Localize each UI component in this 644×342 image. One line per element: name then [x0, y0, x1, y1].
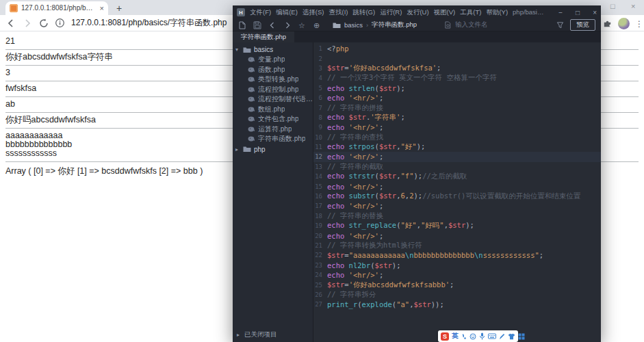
- sogou-logo-icon[interactable]: S: [441, 332, 449, 341]
- code-line[interactable]: 15echo '<hr/>';: [313, 181, 601, 191]
- code-line[interactable]: 14echo strstr($str,"f");//之后的截取: [313, 172, 601, 181]
- code-line[interactable]: 20echo '<hr/>';: [313, 231, 601, 240]
- code-line[interactable]: 17echo '<hr/>';: [313, 201, 601, 211]
- browser-maximize-icon[interactable]: □: [610, 2, 615, 10]
- code-line[interactable]: 7// 字符串的拼接: [313, 103, 601, 112]
- ime-microphone-icon[interactable]: [479, 332, 485, 340]
- url-text[interactable]: 127.0.0.1:8081/php/basics/字符串函数.php: [71, 17, 227, 29]
- back-icon[interactable]: [5, 18, 16, 29]
- editor-minimize-icon[interactable]: −: [558, 9, 563, 16]
- editor-tab-bar: 字符串函数.php: [233, 31, 601, 42]
- save-icon[interactable]: [253, 21, 261, 29]
- sidebar-file-item[interactable]: 文件包含.php: [233, 114, 313, 124]
- code-text: echo '<hr/>';: [327, 153, 383, 161]
- code-line[interactable]: 1<?php: [313, 44, 601, 53]
- sidebar-file-item[interactable]: 字符串函数.php: [233, 134, 313, 144]
- nav-back-icon[interactable]: [268, 21, 276, 29]
- code-line[interactable]: 24echo '<hr/>';: [313, 270, 601, 280]
- ime-handwriting-icon[interactable]: [499, 333, 505, 340]
- code-area[interactable]: 1<?php23$str='你好abcsddwfwfskfsa';4// 一个汉…: [313, 42, 601, 342]
- menu-item-5[interactable]: 运行(R): [380, 8, 402, 17]
- code-line[interactable]: 16echo substr($str,6,2);//substr()可以设置截取…: [313, 192, 601, 201]
- line-number: 16: [313, 193, 327, 200]
- line-number: 14: [313, 173, 327, 180]
- sidebar-file-item[interactable]: 流程控制.php: [233, 85, 313, 95]
- new-file-icon[interactable]: [238, 21, 246, 29]
- menu-item-7[interactable]: 视图(V): [434, 8, 456, 17]
- filter-funnel-icon[interactable]: [556, 21, 565, 29]
- code-line[interactable]: 13// 字符串的截取: [313, 162, 601, 172]
- new-tab-button[interactable]: +: [114, 3, 125, 14]
- ime-skin-shirt-icon[interactable]: [508, 333, 515, 340]
- reload-icon[interactable]: [38, 18, 49, 29]
- editor-tab-active[interactable]: 字符串函数.php: [233, 31, 294, 42]
- locate-target-icon[interactable]: ⊕: [313, 21, 322, 29]
- browser-tab[interactable]: 127.0.0.1:8081/php/basics/字符串函数.php ×: [5, 1, 108, 15]
- menu-item-3[interactable]: 查找(I): [329, 8, 348, 17]
- sidebar-folder-basics[interactable]: ▾ basics: [233, 44, 313, 55]
- editor-maximize-icon[interactable]: □: [576, 9, 580, 16]
- breadcrumb-separator-icon: ›: [366, 21, 368, 29]
- breadcrumb-folder[interactable]: basics: [344, 21, 363, 29]
- ime-toolbar: S 英: [438, 330, 518, 342]
- line-number: 13: [313, 163, 327, 170]
- code-line[interactable]: 12echo '<hr/>';: [313, 152, 601, 161]
- folder-icon: [243, 146, 251, 153]
- code-line[interactable]: 6echo '<hr/>';: [313, 93, 601, 103]
- page-info-icon[interactable]: [55, 18, 66, 29]
- closed-projects-row[interactable]: ▸ 已关闭项目: [233, 330, 313, 339]
- code-line[interactable]: 2: [313, 53, 601, 63]
- filename-search-input[interactable]: 输入文件名: [444, 21, 488, 29]
- code-line[interactable]: 9echo '<hr/>';: [313, 122, 601, 132]
- menu-item-1[interactable]: 编辑(E): [276, 8, 298, 17]
- code-line[interactable]: 5echo strlen($str);: [313, 83, 601, 93]
- sidebar-file-item[interactable]: 函数.php: [233, 65, 313, 75]
- sidebar-file-item[interactable]: 流程控制替代语法.php: [233, 94, 313, 105]
- sidebar-file-item[interactable]: 变量.php: [233, 55, 313, 65]
- sidebar-folder-php[interactable]: ▸ php: [233, 144, 313, 155]
- line-number: 19: [313, 222, 327, 229]
- forward-icon[interactable]: [22, 18, 33, 29]
- menu-item-8[interactable]: 工具(T): [460, 8, 481, 17]
- sidebar-file-item[interactable]: 类型转换.php: [233, 75, 313, 85]
- browser-close-icon[interactable]: ×: [631, 2, 635, 10]
- menu-item-0[interactable]: 文件(F): [250, 8, 271, 17]
- ime-emoji-icon[interactable]: [469, 333, 476, 340]
- file-name: 文件包含.php: [258, 114, 298, 124]
- profile-avatar[interactable]: [618, 18, 630, 29]
- line-number: 6: [313, 94, 327, 101]
- breadcrumb-file[interactable]: 字符串函数.php: [372, 21, 417, 29]
- menu-item-2[interactable]: 选择(S): [302, 8, 324, 17]
- tab-close-icon[interactable]: ×: [100, 5, 104, 12]
- ime-toolbox-icon[interactable]: [518, 333, 525, 340]
- code-line[interactable]: 3$str='你好abcsddwfwfskfsa';: [313, 64, 601, 73]
- menu-item-9[interactable]: 帮助(Y): [486, 8, 508, 17]
- nav-forward-icon[interactable]: [283, 21, 292, 29]
- code-line[interactable]: 26// 字符串拆分: [313, 290, 601, 300]
- ime-language-toggle[interactable]: 英: [452, 332, 459, 341]
- code-line[interactable]: 11echo strpos($str,"好");: [313, 142, 601, 152]
- closed-projects-label: 已关闭项目: [244, 330, 277, 339]
- code-line[interactable]: 25$str='你好abcsddwfwfskfsabbb';: [313, 280, 601, 289]
- menu-item-4[interactable]: 跳转(G): [352, 8, 375, 17]
- ime-punctuation-icon[interactable]: [461, 333, 467, 340]
- code-line[interactable]: 22$str="aaaaaaaaaaaa\nbbbbbbbbbbbbbb\nss…: [313, 250, 601, 260]
- code-text: // 一个汉字3个字符 英文一个字符 空格算一个字符: [327, 73, 497, 83]
- code-line[interactable]: 19echo str_replace("好","好吗",$str);: [313, 221, 601, 231]
- bookmark-star-icon[interactable]: ☆: [298, 21, 307, 29]
- code-line[interactable]: 8echo $str.'字符串';: [313, 113, 601, 122]
- code-line[interactable]: 21// 字符串转换为html换行符: [313, 241, 601, 250]
- menu-item-6[interactable]: 发行(U): [407, 8, 428, 17]
- code-line[interactable]: 27print_r(explode("a",$str));: [313, 300, 601, 309]
- ime-keyboard-icon[interactable]: [488, 333, 496, 339]
- code-line[interactable]: 10// 字符串的查找: [313, 133, 601, 142]
- browser-menu-icon[interactable]: ⋮: [635, 19, 643, 29]
- sidebar-file-item[interactable]: 运算符.php: [233, 124, 313, 135]
- preview-button[interactable]: 预览: [570, 19, 595, 31]
- extensions-puzzle-icon[interactable]: [602, 18, 613, 29]
- code-line[interactable]: 4// 一个汉字3个字符 英文一个字符 空格算一个字符: [313, 73, 601, 83]
- code-line[interactable]: 18// 字符串的替换: [313, 211, 601, 221]
- code-line[interactable]: 23echo nl2br($str);: [313, 261, 601, 270]
- editor-close-icon[interactable]: ×: [593, 9, 597, 16]
- sidebar-file-item[interactable]: 数组.php: [233, 105, 313, 115]
